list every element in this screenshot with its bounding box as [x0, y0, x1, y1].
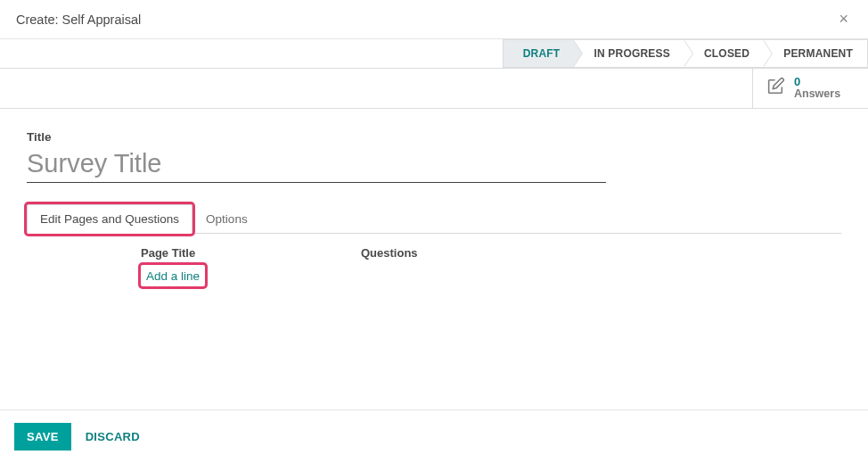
- status-step-label: CLOSED: [704, 47, 749, 60]
- column-questions: Questions: [361, 246, 841, 260]
- close-icon[interactable]: ×: [835, 6, 852, 32]
- create-self-appraisal-modal: Create: Self Appraisal × DRAFT IN PROGRE…: [0, 0, 868, 463]
- title-section: Title: [0, 109, 868, 190]
- notebook: Edit Pages and Questions Options Page Ti…: [27, 204, 841, 286]
- modal-header: Create: Self Appraisal ×: [0, 0, 868, 39]
- list-header: Page Title Questions: [27, 243, 841, 265]
- tab-pane-edit: Page Title Questions Add a line: [27, 234, 841, 286]
- tab-options[interactable]: Options: [192, 204, 261, 234]
- tab-label: Options: [206, 212, 248, 226]
- status-step-label: PERMANENT: [783, 47, 853, 60]
- save-button[interactable]: SAVE: [14, 423, 71, 451]
- statusbar: DRAFT IN PROGRESS CLOSED PERMANENT: [503, 39, 868, 68]
- tab-list: Edit Pages and Questions Options: [27, 204, 841, 234]
- answers-label: Answers: [794, 88, 840, 101]
- survey-title-input[interactable]: [27, 147, 606, 183]
- status-step-label: IN PROGRESS: [594, 47, 670, 60]
- status-step-permanent[interactable]: PERMANENT: [764, 39, 868, 68]
- modal-title: Create: Self Appraisal: [16, 12, 835, 27]
- column-page-title: Page Title: [27, 246, 361, 260]
- status-step-in-progress[interactable]: IN PROGRESS: [574, 39, 684, 68]
- title-field-label: Title: [27, 130, 841, 144]
- answers-stat-button[interactable]: 0 Answers: [752, 69, 868, 108]
- edit-box-icon: [766, 77, 785, 100]
- answers-count: 0: [794, 76, 840, 88]
- discard-button[interactable]: DISCARD: [86, 430, 140, 443]
- tab-edit-pages-and-questions[interactable]: Edit Pages and Questions: [27, 204, 192, 234]
- form-body: Title Edit Pages and Questions Options P…: [0, 109, 868, 463]
- status-step-closed[interactable]: CLOSED: [684, 39, 764, 68]
- status-step-label: DRAFT: [523, 47, 561, 60]
- modal-footer: SAVE DISCARD: [0, 410, 868, 463]
- tab-label: Edit Pages and Questions: [40, 212, 179, 226]
- add-a-line-link[interactable]: Add a line: [146, 269, 200, 283]
- stat-buttons-row: 0 Answers: [0, 69, 868, 109]
- statusbar-wrap: DRAFT IN PROGRESS CLOSED PERMANENT: [0, 39, 868, 69]
- status-step-draft[interactable]: DRAFT: [503, 39, 575, 68]
- add-line-row: Add a line: [27, 265, 841, 286]
